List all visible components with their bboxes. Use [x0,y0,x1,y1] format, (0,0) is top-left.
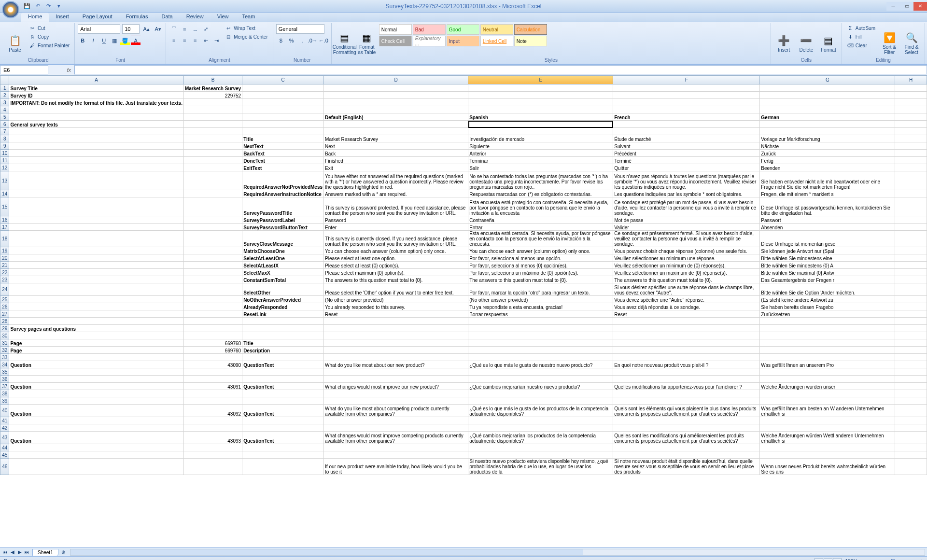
cell[interactable] [183,231,242,247]
cell[interactable]: Question [9,361,184,368]
cell[interactable] [242,444,324,451]
cell[interactable]: SurveyCloseMessage [242,231,324,247]
cell[interactable] [895,354,927,361]
col-header-A[interactable]: A [9,76,184,84]
cell[interactable] [183,310,242,318]
cell[interactable] [9,283,184,296]
cell[interactable] [183,262,242,269]
cell[interactable] [895,92,927,99]
cell[interactable] [242,417,324,424]
cell[interactable] [468,121,613,128]
cell[interactable]: Answers marked with a * are required. [324,190,468,197]
row-header[interactable]: 21 [0,262,9,269]
cell[interactable] [9,451,184,459]
cell[interactable] [760,376,895,383]
cell[interactable] [324,417,468,424]
cell[interactable]: Finished [324,157,468,164]
cell[interactable]: Question [9,383,184,390]
cell[interactable]: Description [242,347,324,354]
cell[interactable] [9,128,184,135]
shrink-font-icon[interactable]: A▾ [153,24,163,34]
cell[interactable]: Vorlage zur Marktforschung [760,135,895,142]
row-header[interactable]: 35 [0,368,9,376]
clear-button[interactable]: ⌫Clear [845,42,877,49]
cell[interactable] [468,339,613,347]
cell[interactable]: You can choose each answer (column optio… [324,247,468,254]
cell[interactable]: Sie haben entweder nicht alle mit beantw… [760,171,895,190]
cell[interactable]: Default (English) [324,113,468,121]
row-header[interactable]: 23 [0,276,9,283]
format-as-table-button[interactable]: ▦Format as Table [357,24,377,63]
cell[interactable] [324,106,468,113]
row-header[interactable]: 26 [0,303,9,310]
style-calculation[interactable]: Calculation [514,24,547,35]
row-header[interactable]: 33 [0,354,9,361]
maximize-button[interactable]: ▭ [900,2,913,11]
cell[interactable] [760,444,895,451]
cell[interactable] [183,390,242,397]
cell[interactable] [895,296,927,303]
cell[interactable]: QuestionText [242,432,324,444]
cell[interactable]: NextText [242,142,324,150]
cell[interactable] [895,247,927,254]
cell[interactable] [468,318,613,325]
cell[interactable] [895,150,927,157]
cell[interactable] [183,216,242,224]
sheet-first-icon[interactable]: ⏮ [2,549,9,555]
cell[interactable]: En quoi notre nouveau produit vous plait… [613,361,760,368]
qat-dropdown-icon[interactable]: ▾ [55,2,63,10]
style-neutral[interactable]: Neutral [480,24,513,35]
cell[interactable] [895,190,927,197]
cell[interactable] [613,106,760,113]
cell[interactable] [760,347,895,354]
cell[interactable]: What changes would most improve our new … [324,383,468,390]
cell[interactable] [324,347,468,354]
cell[interactable] [895,276,927,283]
cell[interactable] [613,339,760,347]
cell[interactable] [9,164,184,171]
cell[interactable] [183,276,242,283]
cell[interactable]: Fertig [760,157,895,164]
cell[interactable]: 43091 [183,383,242,390]
cell[interactable]: Veuillez sélectionner au minimum une rép… [613,254,760,262]
cell[interactable]: Por favor, marcar la opción "otro" para … [468,283,613,296]
cell[interactable] [613,347,760,354]
cell[interactable]: Reset [324,310,468,318]
cell[interactable]: ¿Qué es lo que más le gusta de los produ… [468,405,613,417]
cell[interactable]: DoneText [242,157,324,164]
cell[interactable] [895,121,927,128]
cell[interactable] [613,332,760,339]
horizontal-scrollbar[interactable] [70,549,925,556]
cell[interactable] [183,171,242,190]
cell[interactable] [242,121,324,128]
cell[interactable] [183,459,242,475]
cell[interactable]: Das Gesamtergebnis der Fragen r [760,276,895,283]
cell[interactable] [9,269,184,276]
cell[interactable] [242,106,324,113]
font-family-select[interactable] [78,24,120,34]
row-header[interactable]: 11 [0,157,9,164]
cell[interactable] [324,99,468,106]
cell[interactable]: Survey ID [9,92,184,99]
row-header[interactable]: 2 [0,92,9,99]
cell[interactable] [760,417,895,424]
cell[interactable] [760,99,895,106]
cell[interactable]: Title [242,339,324,347]
cell[interactable]: You can choose each answer (column optio… [468,247,613,254]
cell[interactable] [9,417,184,424]
cell[interactable]: AlreadyResponded [242,303,324,310]
align-top-icon[interactable]: ⎴ [169,24,179,34]
cell[interactable]: Bitte wählen Sie mindestens {0} A [760,262,895,269]
cell[interactable] [613,354,760,361]
cell[interactable] [9,197,184,216]
cell[interactable] [324,444,468,451]
cell-styles-gallery[interactable]: Normal Bad Good Neutral Calculation Chec… [379,24,547,63]
cell[interactable]: BackText [242,150,324,157]
style-note[interactable]: Note [514,36,547,46]
cell[interactable] [468,325,613,332]
row-header[interactable]: 32 [0,347,9,354]
cell[interactable] [613,128,760,135]
sheet-next-icon[interactable]: ▶ [16,549,23,555]
row-header[interactable]: 24 [0,283,9,296]
row-header[interactable]: 9 [0,142,9,150]
